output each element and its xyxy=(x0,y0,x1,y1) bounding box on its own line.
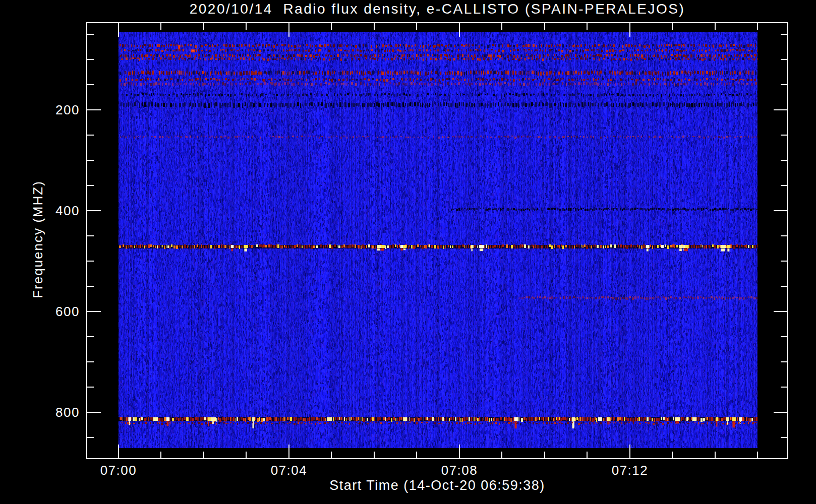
axes-frame xyxy=(86,22,788,459)
tick xyxy=(87,59,94,60)
tick xyxy=(781,336,787,337)
tick xyxy=(374,23,375,30)
tick xyxy=(203,452,204,458)
tick xyxy=(87,387,94,388)
tick xyxy=(781,286,787,287)
tick xyxy=(781,235,787,236)
tick xyxy=(374,452,375,458)
tick xyxy=(87,185,94,186)
tick xyxy=(87,235,94,236)
y-tick-label: 200 xyxy=(32,103,80,116)
tick xyxy=(781,261,787,262)
tick xyxy=(781,84,787,85)
tick xyxy=(544,23,545,30)
tick xyxy=(781,387,787,388)
y-tick-label: 800 xyxy=(32,406,80,419)
tick xyxy=(87,361,94,362)
tick xyxy=(288,23,289,37)
tick xyxy=(87,34,94,35)
x-tick-label: 07:04 xyxy=(249,464,329,477)
tick xyxy=(781,59,787,60)
tick xyxy=(781,135,787,136)
tick xyxy=(587,23,588,30)
tick xyxy=(501,23,502,30)
tick xyxy=(87,84,94,85)
tick xyxy=(587,452,588,458)
chart-title: 2020/10/14 Radio flux density, e-CALLIST… xyxy=(86,1,788,17)
tick xyxy=(118,23,119,37)
tick xyxy=(715,452,716,458)
tick xyxy=(246,23,247,30)
tick xyxy=(501,452,502,458)
tick xyxy=(87,412,101,413)
x-tick-label: 07:00 xyxy=(78,464,159,477)
tick xyxy=(629,23,630,37)
tick xyxy=(203,23,204,30)
tick xyxy=(781,437,787,438)
tick xyxy=(774,210,787,211)
tick xyxy=(781,361,787,362)
tick xyxy=(672,23,673,30)
tick xyxy=(459,23,460,37)
tick xyxy=(781,160,787,161)
tick xyxy=(331,452,332,458)
tick xyxy=(118,445,119,458)
x-tick-label: 07:08 xyxy=(419,464,500,477)
tick xyxy=(715,23,716,30)
tick xyxy=(416,452,417,458)
tick xyxy=(757,23,758,30)
x-tick-label: 07:12 xyxy=(590,464,670,477)
tick xyxy=(774,412,787,413)
tick xyxy=(331,23,332,30)
tick xyxy=(87,437,94,438)
tick xyxy=(544,452,545,458)
y-tick-label: 600 xyxy=(32,305,80,318)
tick xyxy=(629,445,630,458)
tick xyxy=(87,311,101,312)
tick xyxy=(87,160,94,161)
tick xyxy=(757,452,758,458)
tick xyxy=(87,210,101,211)
tick xyxy=(87,336,94,337)
tick xyxy=(672,452,673,458)
tick xyxy=(87,135,94,136)
tick xyxy=(781,185,787,186)
tick xyxy=(781,34,787,35)
tick xyxy=(160,23,161,30)
tick xyxy=(160,452,161,458)
tick xyxy=(87,261,94,262)
y-axis-label: Frequency (MHZ) xyxy=(30,180,46,298)
spectrogram-figure: 2020/10/14 Radio flux density, e-CALLIST… xyxy=(0,0,816,504)
x-axis-label: Start Time (14-Oct-20 06:59:38) xyxy=(86,478,788,493)
tick xyxy=(288,445,289,458)
tick xyxy=(87,286,94,287)
tick xyxy=(459,445,460,458)
tick xyxy=(87,109,101,110)
tick xyxy=(416,23,417,30)
tick xyxy=(246,452,247,458)
tick xyxy=(774,109,787,110)
tick xyxy=(774,311,787,312)
